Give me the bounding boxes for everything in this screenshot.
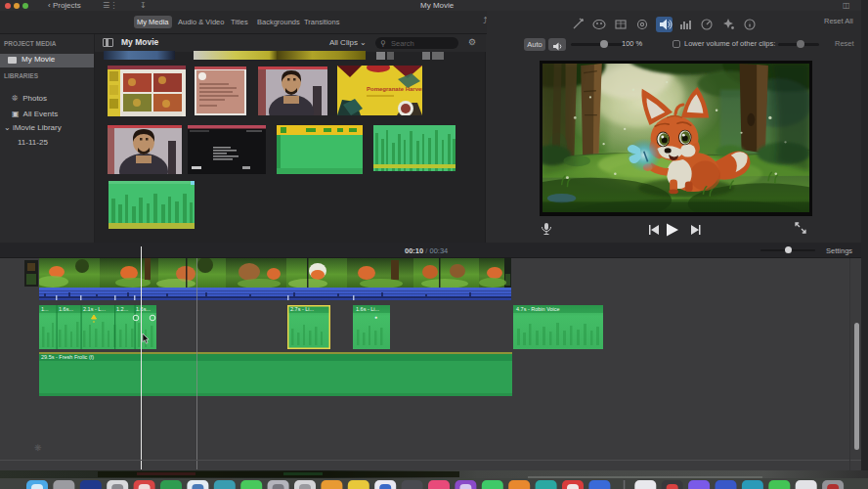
svg-text:●: ● — [374, 314, 377, 320]
svg-text:2.1s - L...: 2.1s - L... — [83, 306, 106, 312]
svg-text:4.7s - Robin Voice: 4.7s - Robin Voice — [516, 306, 560, 312]
svg-text:1...: 1... — [41, 306, 49, 312]
svg-text:2.7s - Li...: 2.7s - Li... — [290, 306, 315, 312]
svg-text:1.2...: 1.2... — [116, 306, 129, 312]
svg-text:Pomegranate Harvest: Pomegranate Harvest — [367, 86, 422, 92]
svg-text:1.6s...: 1.6s... — [59, 306, 73, 312]
svg-text:1.6s - Li...: 1.6s - Li... — [356, 306, 380, 312]
svg-text:1.6s...: 1.6s... — [136, 306, 151, 312]
